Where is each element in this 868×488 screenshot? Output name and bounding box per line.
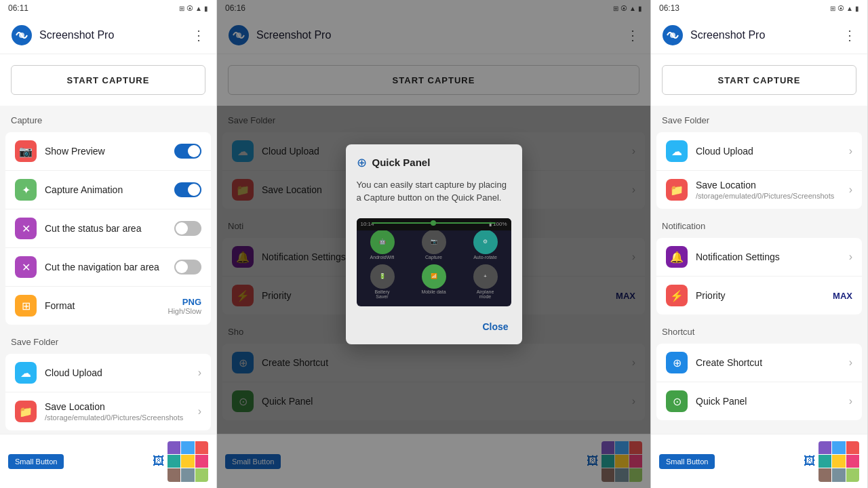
show-preview-label: Show Preview (45, 146, 174, 157)
quick-panel-modal: ⊕ Quick Panel You can easily start captu… (346, 144, 522, 344)
setting-save-location-left[interactable]: 📁 Save Location /storage/emulated/0/Pict… (5, 392, 211, 430)
qp-plus-icon: + (473, 264, 498, 289)
svg-point-5 (670, 33, 675, 38)
right-panel: 06:13 ⊞ ⦿ ▲ ▮ Screenshot Pro ⋮ START CAP… (651, 0, 868, 488)
svg-point-1 (19, 33, 24, 38)
qp-label-android: AndroidWifi (369, 255, 396, 260)
qp-mobile-icon: 📶 (422, 264, 446, 289)
format-icon: ⊞ (15, 295, 37, 317)
wifi-icon-r: ▲ (846, 5, 853, 12)
format-subvalue: High/Slow (167, 307, 201, 315)
setting-cloud-upload-right[interactable]: ☁ Cloud Upload › (656, 132, 862, 171)
start-capture-left[interactable]: START CAPTURE (11, 65, 205, 95)
setting-cloud-upload-left[interactable]: ☁ Cloud Upload › (5, 354, 211, 392)
capture-animation-toggle[interactable] (174, 182, 201, 197)
save-location-icon-right: 📁 (666, 179, 688, 201)
cut-status-toggle[interactable] (174, 221, 201, 236)
app-header-right: Screenshot Pro ⋮ (651, 16, 867, 54)
battery-icon-r: ▮ (855, 5, 859, 12)
priority-label: Priority (696, 290, 833, 301)
status-icons-right: ⊞ ⦿ ▲ ▮ (830, 5, 859, 12)
chevron-cloud-right: › (849, 145, 852, 157)
capture-btn-container-left: START CAPTURE (0, 54, 216, 106)
qp-auto-icon: ⚙ (473, 230, 498, 254)
setting-notif-settings[interactable]: 🔔 Notification Settings › (656, 238, 862, 277)
chevron-save-left: › (198, 405, 201, 418)
bluetooth-icon: ⦿ (186, 5, 193, 12)
time-right: 06:13 (659, 3, 679, 13)
modal-close-button[interactable]: Close (477, 317, 513, 336)
thumbnail-right (818, 441, 859, 482)
show-preview-icon: 📷 (15, 140, 37, 162)
save-location-label-right: Save Location (696, 180, 849, 190)
cloud-upload-label-right: Cloud Upload (696, 146, 849, 157)
slider-dot (431, 220, 436, 226)
capture-animation-label: Capture Animation (45, 184, 174, 195)
modal-footer: Close (346, 314, 522, 344)
cut-nav-toggle[interactable] (174, 260, 201, 274)
priority-icon: ⚡ (666, 285, 688, 306)
qp-label-capture: Capture (420, 255, 448, 260)
chevron-shortcut: › (849, 357, 852, 369)
sim-icon: ⊞ (179, 5, 184, 12)
section-capture-label: Capture (0, 106, 216, 129)
cut-status-icon: ✕ (15, 218, 37, 239)
modal-header: ⊕ Quick Panel (346, 144, 522, 176)
setting-priority[interactable]: ⚡ Priority MAX (656, 277, 862, 314)
create-shortcut-icon: ⊕ (666, 352, 688, 373)
save-location-label-left: Save Location (45, 401, 198, 412)
priority-value: MAX (833, 291, 852, 301)
create-shortcut-label: Create Shortcut (696, 357, 849, 368)
small-button-left[interactable]: Small Button (8, 454, 64, 469)
more-menu-left[interactable]: ⋮ (192, 27, 205, 43)
thumbnail-left (167, 441, 208, 482)
chevron-qp: › (849, 395, 852, 407)
setting-show-preview: 📷 Show Preview (5, 132, 211, 171)
qp-labels-2: Battery Saver Mobile data Airplane mode (357, 289, 511, 299)
qp-label-auto: Auto-rotate (472, 255, 499, 260)
modal-image: 10:14 ▮ 100% 🤖 📷 ⚙ AndroidWifi Capture (357, 218, 511, 306)
qp-row-2: 🔋 📶 + (357, 264, 511, 289)
setting-create-shortcut[interactable]: ⊕ Create Shortcut › (656, 344, 862, 382)
app-logo-left (11, 24, 33, 46)
setting-format: ⊞ Format PNG High/Slow (5, 287, 211, 325)
app-logo-right (662, 24, 684, 46)
notif-settings-label: Notification Settings (696, 251, 849, 262)
section-savefolder-label-left: Save Folder (0, 327, 216, 351)
setting-capture-animation: ✦ Capture Animation (5, 171, 211, 209)
panel-content-right: Save Folder ☁ Cloud Upload › 📁 Save Loca… (651, 106, 867, 488)
qp-battery-icon: 🔋 (370, 264, 395, 289)
show-preview-toggle[interactable] (174, 144, 201, 159)
bluetooth-icon-r: ⦿ (837, 5, 844, 12)
time-left: 06:11 (8, 3, 28, 13)
capture-animation-icon: ✦ (15, 179, 37, 201)
capture-btn-container-right: START CAPTURE (651, 54, 867, 106)
battery-icon: ▮ (204, 5, 208, 12)
savefolder-card-left: ☁ Cloud Upload › 📁 Save Location /storag… (5, 354, 211, 430)
cloud-upload-icon-left: ☁ (15, 362, 37, 384)
start-capture-right[interactable]: START CAPTURE (662, 65, 856, 95)
modal-body: You can easily start capture by placing … (346, 176, 522, 213)
modal-plus-icon: ⊕ (357, 155, 367, 170)
section-notification-label-right: Notification (651, 211, 867, 235)
notif-settings-icon: 🔔 (666, 246, 688, 268)
middle-panel: 06:16 ⊞ ⦿ ▲ ▮ Screenshot Pro ⋮ START CAP… (217, 0, 651, 488)
cloud-upload-icon-right: ☁ (666, 140, 688, 162)
section-savefolder-label-r: Save Folder (651, 106, 867, 129)
photo-icon-right: 🖼 (804, 454, 816, 468)
more-menu-right[interactable]: ⋮ (843, 27, 856, 43)
bottom-bar-right: Small Button 🖼 (651, 434, 867, 488)
setting-save-location-right[interactable]: 📁 Save Location /storage/emulated/0/Pict… (656, 171, 862, 209)
setting-quick-panel[interactable]: ⊙ Quick Panel › (656, 382, 862, 420)
save-location-icon-left: 📁 (15, 401, 37, 422)
status-bar-right: 06:13 ⊞ ⦿ ▲ ▮ (651, 0, 867, 16)
section-shortcut-label-right: Shortcut (651, 317, 867, 341)
small-button-right[interactable]: Small Button (659, 454, 715, 469)
qp-row-1: 🤖 📷 ⚙ (357, 230, 511, 254)
chevron-save-right: › (849, 184, 852, 196)
sim-icon-r: ⊞ (830, 5, 835, 12)
chevron-notif: › (849, 251, 852, 263)
cut-nav-label: Cut the navigation bar area (45, 262, 174, 272)
cloud-upload-label-left: Cloud Upload (45, 367, 198, 378)
cut-status-label: Cut the status bar area (45, 223, 174, 234)
